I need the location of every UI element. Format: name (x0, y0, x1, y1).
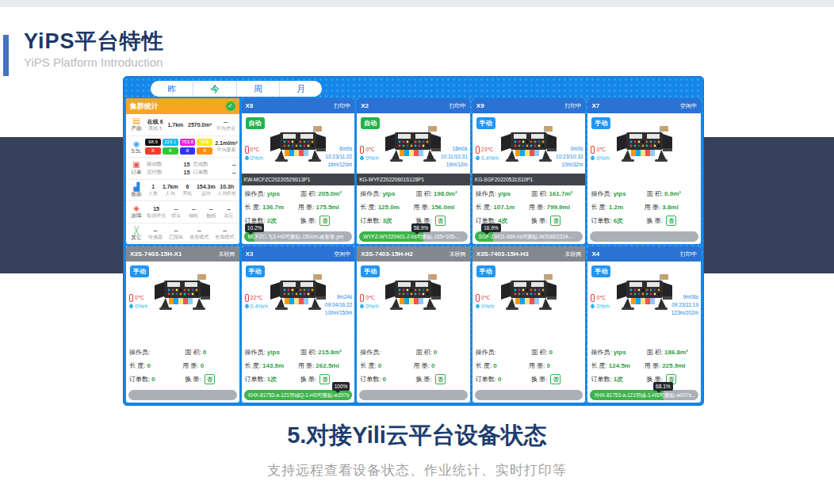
ink-used-label: 用 墨: (414, 361, 430, 370)
mode-badge: 手动 (591, 117, 610, 129)
device-name: X3S-7403-15H-X1 (130, 250, 182, 258)
device-status: 未联网 (219, 250, 235, 258)
device-card[interactable]: X3S-7403-15H-H3 未联网 手动 0℃ 0%rh (472, 246, 586, 403)
progress-line: 100m/150m (325, 309, 352, 317)
file-progress-bar (128, 390, 237, 400)
cluster-stats-body: ▤ 产能 在线 6离线 5 1.7km 2570.0m² --平均作业 ◉ (126, 114, 239, 244)
device-name: X4 (591, 250, 599, 258)
page-subtitle: YiPS Platform Introduction (24, 55, 163, 69)
tab-month[interactable]: 月 (280, 81, 322, 97)
ink-used-value: 225.9ml (662, 362, 698, 369)
ink-used-label: 用 墨: (182, 361, 198, 370)
device-card[interactable]: X2 打印中 自动 0℃ 0%rh (357, 98, 470, 244)
device-card[interactable]: X8 打印中 自动 0℃ 0%rh (242, 98, 355, 244)
orders-label: 订单数: (591, 375, 611, 384)
length-label: 长 度: (129, 361, 145, 370)
ink-used-value: 156.0ml (431, 204, 467, 211)
humidity-reading: 0%rh (360, 302, 378, 311)
area-value: 0 (434, 349, 467, 356)
capacity-icon: ▤ (132, 116, 140, 125)
operator-label: 操作员: (360, 348, 381, 357)
stats-row-capacity: ▤ 产能 在线 6离线 5 1.7km 2570.0m² --平均作业 (126, 114, 239, 136)
device-stats: 操作员: yips 面 积: 0.9m² 长 度: 1.2m 用 墨: 3.8m… (591, 187, 698, 227)
thermometer-icon (129, 294, 133, 302)
tab-yesterday[interactable]: 昨 (151, 81, 193, 97)
device-name: X3S-7403-15H-H3 (476, 250, 529, 258)
device-card[interactable]: X3S-7403-15H-H2 未联网 手动 0℃ 0%rh (357, 246, 470, 403)
droplet-icon (359, 304, 365, 309)
temperature-reading: 0℃ (476, 293, 494, 302)
print-progress-info: 0m0s 10:23/10:33 10m/32m (556, 145, 583, 169)
length-label: 长 度: (476, 203, 492, 212)
area-label: 面 积: (415, 189, 431, 198)
printer-image (612, 124, 677, 169)
operator-label: 操作员: (476, 189, 496, 198)
area-value: 215.8m² (318, 349, 351, 356)
device-card[interactable]: X3S-7403-15H-X1 未联网 手动 0℃ 0%rh (126, 246, 239, 403)
ink-used-value: 262.5ml (316, 362, 351, 369)
ink-used-label: 用 墨: (645, 203, 660, 212)
length-value: 0 (378, 362, 414, 369)
humidity-reading: 0.4%rh (245, 302, 268, 311)
swap-ink-label: 换 墨: (647, 216, 663, 225)
ink-used-label: 用 墨: (529, 361, 545, 370)
temperature-reading: 23℃ (476, 145, 499, 154)
operator-value: yips (267, 349, 300, 356)
file-progress-bar (359, 390, 468, 400)
file-progress-bar: WYFZ-WY220401-2-hs可撕贴-155+105-... (359, 231, 468, 242)
env-readings: 0℃ 0%rh (245, 145, 263, 162)
env-readings: 0℃ 0%rh (591, 293, 609, 311)
progress-bubble: 100% (332, 382, 350, 391)
device-name: X3S-7403-15H-H2 (361, 250, 413, 258)
humidity-reading: 0%rh (476, 302, 494, 311)
mode-badge: 手动 (476, 117, 495, 129)
length-label: 长 度: (245, 361, 261, 370)
device-stats: 操作员: 面 积: 0 长 度: 0 用 墨: 0 订单数: 0 换 墨: 否 (476, 346, 583, 386)
tab-week[interactable]: 周 (237, 81, 280, 97)
length-value: 136.7m (262, 204, 298, 211)
top-strip (0, 0, 834, 7)
ink-used-value: 0 (431, 362, 467, 369)
orders-label: 订单数: (476, 375, 496, 384)
swap-ink-badge: 否 (435, 374, 446, 384)
swap-ink-label: 换 墨: (531, 216, 547, 225)
env-readings: 0℃ 0%rh (129, 293, 147, 311)
operator-value: yips (614, 349, 647, 356)
device-card[interactable]: X7 空闲中 手动 0℃ 0%rh (587, 98, 701, 244)
operator-label: 操作员: (129, 348, 150, 357)
ink-block-o: 8 (197, 147, 212, 155)
printer-image (266, 124, 331, 169)
droplet-icon (590, 304, 595, 309)
mode-badge: 手动 (130, 265, 149, 277)
device-name: X8 (246, 102, 254, 109)
droplet-icon (244, 155, 250, 161)
file-progress-bar: SGF-19411-069-hs可撕贴-W208S2324-... (475, 231, 583, 242)
device-card[interactable]: X9 打印中 手动 23℃ 0.4%rh (472, 98, 586, 244)
mode-badge: 自动 (361, 117, 380, 129)
orders-label: 订单数: (360, 216, 381, 225)
length-value: 125.0m (378, 204, 414, 211)
print-progress-info: 6m0s 10:23/11:22 16m/120m (325, 145, 352, 169)
device-card[interactable]: X4 打印中 手动 0℃ 0%rh (587, 246, 701, 403)
faults-icon: ◈ (133, 204, 140, 212)
ink-used-label: 用 墨: (645, 361, 660, 370)
progress-bubble: 16.9% (481, 223, 500, 232)
device-card[interactable]: X3 空闲中 手动 22℃ 0.4%rh (242, 246, 355, 403)
printer-image (612, 273, 677, 317)
ink-block-r: 8 (145, 147, 161, 155)
progress-line: 123m/202m (671, 309, 698, 317)
tab-today[interactable]: 今 (193, 81, 236, 97)
temperature-reading: 0℃ (360, 293, 378, 302)
ink-block-m: 753.8 (180, 139, 196, 146)
orders-label: 订单数: (591, 216, 611, 225)
operator-label: 操作员: (476, 348, 496, 357)
cluster-stats-panel[interactable]: 集群统计 ✓ ▤ 产能 在线 6离线 5 1.7km 2570.0m² - (126, 98, 239, 244)
operator-label: 操作员: (245, 348, 266, 357)
progress-line: 18m0s (441, 145, 468, 153)
ink-levels: 98.9 223.1 753.8 968 8 8 8 8 (145, 139, 212, 155)
check-icon: ✓ (226, 101, 235, 111)
device-status: 未联网 (564, 250, 581, 258)
ink-used-label: 用 墨: (298, 203, 314, 212)
orders-value: 0 (382, 376, 415, 383)
device-status: 空闲中 (334, 250, 350, 258)
